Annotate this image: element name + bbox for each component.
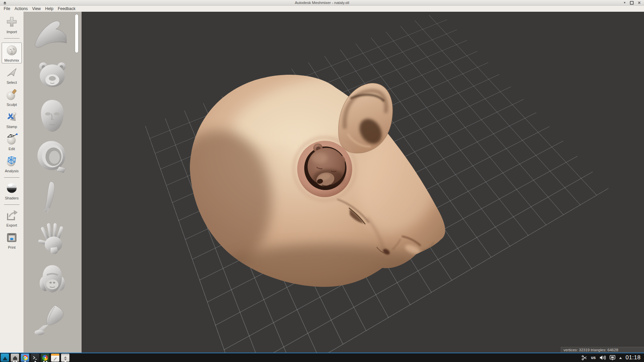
plus-icon xyxy=(6,15,18,29)
text-editor-icon[interactable] xyxy=(51,354,59,362)
system-tray: us 01:18 xyxy=(582,354,644,361)
window-title: Autodesk Meshmixer - nataly.stl xyxy=(0,1,644,5)
tool-label: Edit xyxy=(9,147,15,151)
pencil-glyph xyxy=(53,356,57,361)
part-funnel-horn[interactable] xyxy=(29,303,76,338)
menu-view[interactable]: View xyxy=(32,6,42,11)
tool-analysis[interactable]: Analysis xyxy=(5,155,19,173)
volume-icon[interactable] xyxy=(599,355,606,360)
chrome-ring xyxy=(22,355,28,360)
fleur-stamp-icon xyxy=(5,110,18,124)
meshmixer-a-glyph xyxy=(3,354,7,360)
tool-label: Export xyxy=(6,223,17,227)
tool-shaders[interactable]: Shaders xyxy=(5,182,19,200)
prompt-glyph xyxy=(33,356,38,360)
tool-meshmix[interactable]: Meshmix xyxy=(2,43,22,63)
export-arrow-icon xyxy=(5,209,18,223)
tool-sculpt[interactable]: Sculpt xyxy=(5,88,18,107)
tool-label: Select xyxy=(7,80,17,84)
tool-label: Shaders xyxy=(5,196,19,200)
maximize-button[interactable] xyxy=(630,1,634,5)
chrome-browser-icon[interactable] xyxy=(21,354,29,362)
tool-label: Print xyxy=(8,245,16,249)
chrome-sphere-icon xyxy=(5,182,18,196)
menu-actions[interactable]: Actions xyxy=(14,6,28,11)
toolbar-separator xyxy=(4,177,19,178)
menu-file[interactable]: File xyxy=(3,6,11,11)
sphere-face-icon xyxy=(5,44,18,58)
menu-feedback[interactable]: Feedback xyxy=(57,6,76,11)
part-gorilla-head[interactable] xyxy=(29,262,76,297)
model-bear-socket xyxy=(294,137,356,200)
tool-label: Stamp xyxy=(6,125,17,129)
clipboard-scissors-icon[interactable] xyxy=(582,355,587,361)
parts-panel xyxy=(23,12,82,353)
status-readout: vertices: 32319 triangles: 64628 xyxy=(561,347,644,353)
menubar: File Actions View Help Feedback xyxy=(0,6,644,12)
meshmixer-window: Autodesk Meshmixer - nataly.stl ▾ × File… xyxy=(0,0,644,362)
part-ear-shell[interactable] xyxy=(29,140,76,174)
tool-label: Import xyxy=(6,30,17,34)
shade-window-button[interactable]: ▾ xyxy=(624,1,626,4)
window-titlebar-glyph xyxy=(61,354,69,355)
part-bear-head[interactable] xyxy=(29,58,76,92)
tool-label: Sculpt xyxy=(7,103,17,107)
tool-stamp[interactable]: Stamp xyxy=(5,110,18,129)
tool-label: Analysis xyxy=(5,169,19,173)
menu-help[interactable]: Help xyxy=(45,6,54,11)
tool-export[interactable]: Export xyxy=(5,209,18,227)
window-app-icon[interactable] xyxy=(61,354,69,362)
part-human-head[interactable] xyxy=(29,99,76,133)
home-icon xyxy=(12,355,18,360)
viewport-3d[interactable]: vertices: 32319 triangles: 64628 xyxy=(82,12,644,353)
toolbar: Import Meshmix Select xyxy=(0,12,23,353)
toolbar-separator xyxy=(4,38,19,39)
part-open-hand[interactable] xyxy=(29,222,76,256)
editor-titlebar-glyph xyxy=(51,354,59,356)
parts-scrollbar[interactable] xyxy=(75,14,78,53)
sphere-brush-icon xyxy=(5,88,18,102)
part-flexed-arm[interactable] xyxy=(29,17,76,51)
close-button[interactable]: × xyxy=(638,1,641,4)
toolbar-separator xyxy=(4,204,19,205)
file-manager-home-icon[interactable] xyxy=(11,354,19,362)
sphere-wireframe-icon xyxy=(5,132,18,146)
tool-import[interactable]: Import xyxy=(6,15,18,34)
sphere-mesh-icon xyxy=(5,155,18,169)
display-icon[interactable] xyxy=(609,355,615,360)
tool-edit[interactable]: Edit xyxy=(5,132,18,151)
taskbar: us 01:18 xyxy=(0,353,644,362)
taskbar-apps xyxy=(0,354,69,362)
terminal-icon[interactable] xyxy=(31,354,39,362)
tool-select[interactable]: Select xyxy=(5,66,18,84)
tool-print[interactable]: Print xyxy=(5,231,18,249)
cursor-arrow-icon xyxy=(5,66,18,80)
keyboard-layout-indicator[interactable]: us xyxy=(591,355,596,360)
tray-collapse-arrow[interactable] xyxy=(619,356,622,359)
part-slim-arm[interactable] xyxy=(29,181,76,215)
printer-icon xyxy=(5,231,18,245)
model-head[interactable] xyxy=(181,67,463,295)
pinwheel-app-icon[interactable] xyxy=(41,354,49,362)
meshmixer-logo-icon[interactable] xyxy=(1,354,9,362)
pinwheel-glyph xyxy=(42,355,48,361)
taskbar-clock[interactable]: 01:18 xyxy=(626,354,641,361)
tool-label: Meshmix xyxy=(4,58,19,62)
titlebar: Autodesk Meshmixer - nataly.stl ▾ × xyxy=(0,0,644,6)
